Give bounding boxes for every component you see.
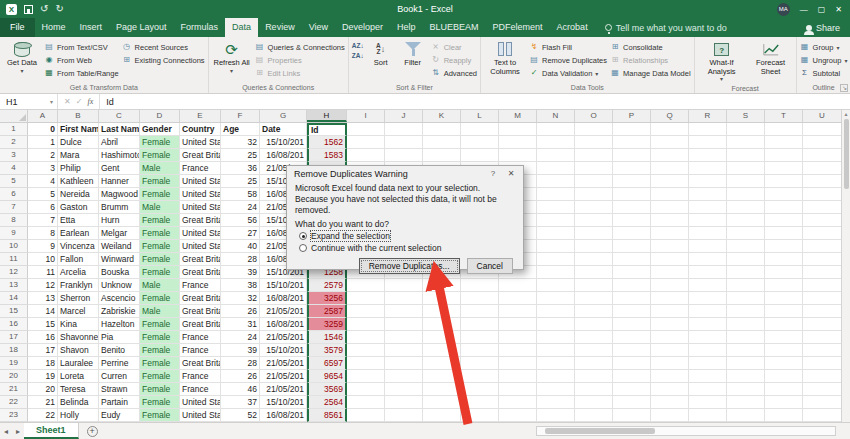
cell-F13[interactable]: 38 — [221, 279, 260, 292]
cell-R7[interactable] — [689, 201, 727, 214]
formula-enter-icon[interactable]: ✓ — [76, 97, 83, 106]
cancel-button[interactable]: Cancel — [467, 258, 513, 274]
cell-C3[interactable]: Hashimoto — [99, 149, 140, 162]
cell-T8[interactable] — [765, 214, 803, 227]
cell-B3[interactable]: Mara — [58, 149, 99, 162]
cell-K3[interactable] — [423, 149, 461, 162]
cell-K23[interactable] — [423, 409, 461, 422]
row-header-5[interactable]: 5 — [0, 175, 28, 188]
cell-P4[interactable] — [613, 162, 651, 175]
cell-G15[interactable]: 21/05/201 — [260, 305, 307, 318]
get-data-button[interactable]: Get Data▾ — [3, 38, 41, 82]
cell-F18[interactable]: 39 — [221, 344, 260, 357]
cell-A3[interactable]: 2 — [28, 149, 58, 162]
row-header-19[interactable]: 19 — [0, 357, 28, 370]
cell-J17[interactable] — [385, 331, 423, 344]
cell-U4[interactable] — [803, 162, 841, 175]
cell-C2[interactable]: Abril — [99, 136, 140, 149]
group-button[interactable]: ▦Group▾ — [800, 41, 848, 53]
minimize-button[interactable]: — — [800, 5, 808, 14]
tab-bluebeam[interactable]: BLUEBEAM — [423, 18, 486, 37]
column-header-E[interactable]: E — [180, 110, 221, 122]
cell-N12[interactable] — [537, 266, 575, 279]
cell-O3[interactable] — [575, 149, 613, 162]
cell-A9[interactable]: 8 — [28, 227, 58, 240]
cell-K1[interactable] — [423, 123, 461, 136]
cell-E22[interactable]: United Sta — [180, 396, 221, 409]
horizontal-scroll-thumb[interactable] — [545, 428, 655, 434]
cell-D2[interactable]: Female — [140, 136, 180, 149]
cell-A16[interactable]: 15 — [28, 318, 58, 331]
cell-C7[interactable]: Brumm — [99, 201, 140, 214]
cell-D5[interactable]: Female — [140, 175, 180, 188]
cell-O14[interactable] — [575, 292, 613, 305]
cell-G13[interactable]: 15/10/201 — [260, 279, 307, 292]
cell-E2[interactable]: United Sta — [180, 136, 221, 149]
cell-K19[interactable] — [423, 357, 461, 370]
cell-M18[interactable] — [499, 344, 537, 357]
cell-T19[interactable] — [765, 357, 803, 370]
cell-Q23[interactable] — [651, 409, 689, 422]
cell-A7[interactable]: 6 — [28, 201, 58, 214]
cell-D4[interactable]: Male — [140, 162, 180, 175]
cell-L17[interactable] — [461, 331, 499, 344]
cell-E3[interactable]: Great Brita — [180, 149, 221, 162]
cell-A19[interactable]: 18 — [28, 357, 58, 370]
cell-S21[interactable] — [727, 383, 765, 396]
cell-F3[interactable]: 25 — [221, 149, 260, 162]
vertical-scroll-thumb[interactable] — [844, 119, 849, 189]
cell-E14[interactable]: Great Brita — [180, 292, 221, 305]
cell-E8[interactable]: Great Brita — [180, 214, 221, 227]
text-to-columns-button[interactable]: Text to Columns — [484, 38, 526, 82]
column-header-D[interactable]: D — [140, 110, 180, 122]
cell-S12[interactable] — [727, 266, 765, 279]
cell-O5[interactable] — [575, 175, 613, 188]
cell-N7[interactable] — [537, 201, 575, 214]
row-header-21[interactable]: 21 — [0, 383, 28, 396]
cell-S6[interactable] — [727, 188, 765, 201]
cell-O1[interactable] — [575, 123, 613, 136]
cell-U2[interactable] — [803, 136, 841, 149]
cell-Q4[interactable] — [651, 162, 689, 175]
cell-Q22[interactable] — [651, 396, 689, 409]
cell-P10[interactable] — [613, 240, 651, 253]
cell-N8[interactable] — [537, 214, 575, 227]
cell-Q13[interactable] — [651, 279, 689, 292]
cell-S8[interactable] — [727, 214, 765, 227]
cell-S20[interactable] — [727, 370, 765, 383]
row-header-12[interactable]: 12 — [0, 266, 28, 279]
cell-O16[interactable] — [575, 318, 613, 331]
cell-I3[interactable] — [347, 149, 385, 162]
consolidate-button[interactable]: ⊞Consolidate — [610, 41, 691, 53]
cell-B13[interactable]: Franklyn — [58, 279, 99, 292]
cell-T12[interactable] — [765, 266, 803, 279]
cell-S1[interactable] — [727, 123, 765, 136]
cell-O23[interactable] — [575, 409, 613, 422]
data-validation-button[interactable]: ✓Data Validation▾ — [529, 67, 607, 79]
cell-C9[interactable]: Melgar — [99, 227, 140, 240]
cell-U21[interactable] — [803, 383, 841, 396]
cell-I2[interactable] — [347, 136, 385, 149]
row-header-3[interactable]: 3 — [0, 149, 28, 162]
cell-U9[interactable] — [803, 227, 841, 240]
row-header-16[interactable]: 16 — [0, 318, 28, 331]
cell-N4[interactable] — [537, 162, 575, 175]
cell-D7[interactable]: Male — [140, 201, 180, 214]
cell-P21[interactable] — [613, 383, 651, 396]
user-avatar[interactable]: MA — [777, 3, 790, 16]
cell-K20[interactable] — [423, 370, 461, 383]
cell-P16[interactable] — [613, 318, 651, 331]
cell-N11[interactable] — [537, 253, 575, 266]
cell-D1[interactable]: Gender — [140, 123, 180, 136]
cell-O10[interactable] — [575, 240, 613, 253]
cell-D18[interactable]: Female — [140, 344, 180, 357]
cell-E6[interactable]: United Sta — [180, 188, 221, 201]
cell-R22[interactable] — [689, 396, 727, 409]
cell-M17[interactable] — [499, 331, 537, 344]
cell-E12[interactable]: Great Brita — [180, 266, 221, 279]
cell-L18[interactable] — [461, 344, 499, 357]
cell-N10[interactable] — [537, 240, 575, 253]
cell-D19[interactable]: Female — [140, 357, 180, 370]
cell-R20[interactable] — [689, 370, 727, 383]
row-header-7[interactable]: 7 — [0, 201, 28, 214]
